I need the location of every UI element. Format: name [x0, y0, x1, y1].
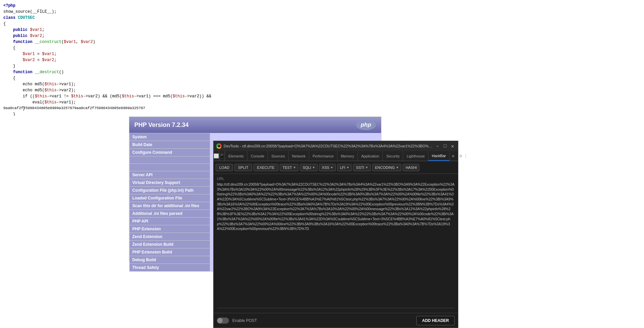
- load-button[interactable]: LOAD: [216, 164, 233, 171]
- enable-post-toggle[interactable]: [217, 318, 229, 324]
- code-line-1: <?php: [3, 3, 210, 9]
- code-line-9: {: [3, 45, 210, 51]
- php-logo: php: [356, 120, 376, 130]
- maximize-button[interactable]: □: [442, 143, 448, 149]
- execute-button[interactable]: EXECUTE: [254, 164, 278, 171]
- code-line-16: echo md5($this->var1);: [3, 81, 210, 87]
- code-panel: <?php show_source(__FILE__); class CDUTS…: [0, 0, 213, 116]
- code-line-15: {: [3, 75, 210, 81]
- tab-elements[interactable]: Elements: [225, 151, 247, 161]
- code-line-6: public $var2;: [3, 33, 210, 39]
- code-line-18: if (($this->var1 != $this->var2) && (md5…: [3, 93, 210, 99]
- tab-console[interactable]: Console: [247, 151, 268, 161]
- xss-dropdown[interactable]: XSS ▼: [319, 164, 336, 171]
- devtools-titlebar: DevTools - ctf.dino209.cn:20058/?payload…: [214, 141, 458, 151]
- code-line-14: function __destruct(): [3, 69, 210, 75]
- tab-memory[interactable]: Memory: [337, 151, 358, 161]
- tab-application[interactable]: Application: [358, 151, 383, 161]
- code-line-2: show_source(__FILE__);: [3, 9, 210, 15]
- row-label: Configuration File (php.ini) Path: [130, 187, 210, 194]
- svg-text:php: php: [361, 122, 371, 128]
- row-label: PHP Extension: [130, 225, 210, 233]
- url-value[interactable]: http://ctf.dino209.cn:20058/?payload=O%3…: [217, 182, 455, 306]
- row-label: Thread Safety: [130, 264, 210, 272]
- tab-hackbar[interactable]: HackBar: [428, 151, 450, 161]
- settings-icon[interactable]: ⚙: [459, 153, 462, 159]
- code-line-4: {: [3, 21, 210, 27]
- url-divider: [217, 308, 455, 308]
- row-label: Virtual Directory Support: [130, 179, 210, 187]
- sqli-dropdown[interactable]: SQLI ▼: [300, 164, 318, 171]
- tab-security[interactable]: Security: [383, 151, 403, 161]
- code-line-5: public $var1;: [3, 27, 210, 33]
- chrome-icon: [216, 143, 222, 149]
- row-label: [130, 156, 210, 164]
- row-label: Debug Build: [130, 256, 210, 264]
- test-dropdown[interactable]: TEST ▼: [280, 164, 298, 171]
- php-version-title: PHP Version 7.2.34: [134, 122, 189, 129]
- code-line-21: }: [3, 111, 210, 116]
- row-label: Configure Command: [130, 149, 210, 156]
- toggle-knob: [217, 318, 223, 323]
- more-tabs-button[interactable]: »: [450, 151, 456, 161]
- add-header-button[interactable]: ADD HEADER: [416, 316, 455, 325]
- code-line-12: }: [3, 63, 210, 69]
- row-label: System: [130, 133, 210, 141]
- enable-post-label: Enable POST: [232, 318, 257, 323]
- row-label: Build Date: [130, 141, 210, 149]
- devtools-tabs: ⬜ 📱 Elements Console Sources Network Per…: [214, 151, 458, 161]
- url-section: URL http://ctf.dino209.cn:20058/?payload…: [214, 174, 458, 313]
- tab-network[interactable]: Network: [289, 151, 309, 161]
- table-row: System: [130, 133, 381, 141]
- devtools-title: DevTools - ctf.dino209.cn:20058/?payload…: [224, 144, 433, 148]
- code-line-8: function __construct($var1, $var2): [3, 39, 210, 45]
- devtools-window: DevTools - ctf.dino209.cn:20058/?payload…: [213, 141, 458, 328]
- row-label: PHP API: [130, 218, 210, 225]
- inspect-icon[interactable]: ⬜: [214, 151, 219, 161]
- url-label: URL: [217, 177, 455, 181]
- code-line-3: class CDUTSEC: [3, 15, 210, 21]
- encoding-dropdown[interactable]: ENCODING ▼: [372, 164, 401, 171]
- hashi-dropdown[interactable]: HASHI: [403, 164, 419, 171]
- minimize-button[interactable]: –: [435, 143, 440, 149]
- ssti-dropdown[interactable]: SSTI ▼: [353, 164, 370, 171]
- devtools-bottom-bar: Enable POST ADD HEADER: [214, 313, 458, 328]
- hackbar-toolbar: LOAD SPLIT EXECUTE TEST ▼ SQLI ▼ XSS ▼ L…: [214, 161, 458, 174]
- row-value: [210, 133, 381, 141]
- devtools-settings: ⚙ ⋮: [457, 151, 471, 161]
- hash-output: 9aa0caf2f75980434805e8909a3257979aa0caf2…: [0, 106, 148, 110]
- row-label: Additional .ini files parsed: [130, 210, 210, 218]
- php-header: PHP Version 7.2.34 php: [129, 117, 381, 133]
- lfi-dropdown[interactable]: LFI ▼: [337, 164, 352, 171]
- mobile-icon[interactable]: 📱: [219, 151, 225, 161]
- row-label: Zend Extension Build: [130, 241, 210, 248]
- row-label: [130, 164, 210, 171]
- tab-performance[interactable]: Performance: [309, 151, 337, 161]
- code-line-17: echo md5($this->var2);: [3, 87, 210, 93]
- split-button[interactable]: SPLIT: [234, 164, 252, 171]
- row-label: Loaded Configuration File: [130, 194, 210, 202]
- row-label: Zend Extension: [130, 233, 210, 241]
- tab-sources[interactable]: Sources: [268, 151, 288, 161]
- row-label: PHP Extension Build: [130, 248, 210, 256]
- code-line-11: $var2 = $var2;: [3, 57, 210, 63]
- row-label: Scan this dir for additional .ini files: [130, 202, 210, 210]
- row-label: Server API: [130, 171, 210, 179]
- kebab-menu-icon[interactable]: ⋮: [463, 153, 468, 159]
- close-button[interactable]: ✕: [450, 143, 455, 149]
- tab-lighthouse[interactable]: Lighthouse: [403, 151, 428, 161]
- code-line-19: eval($this->var1);: [3, 99, 210, 105]
- code-line-10: $var1 = $var1;: [3, 51, 210, 57]
